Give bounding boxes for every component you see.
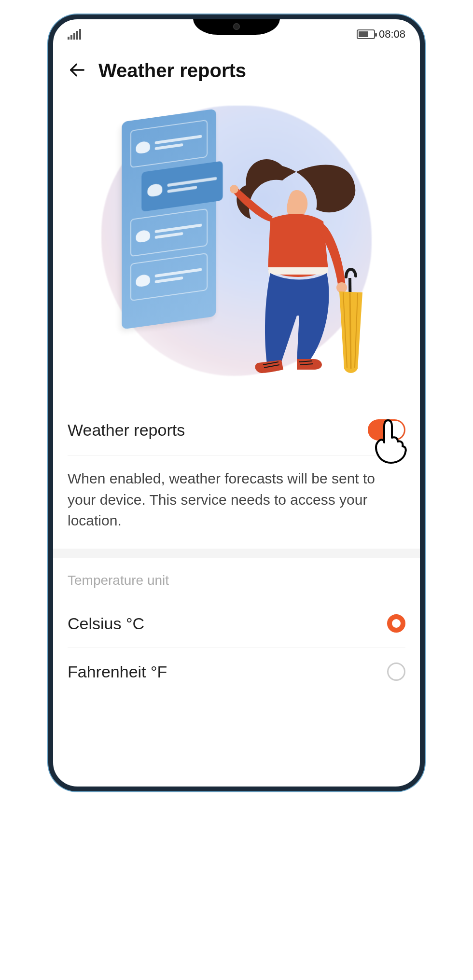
radio-icon	[387, 663, 405, 681]
side-button-large	[424, 270, 425, 352]
illustration	[53, 96, 420, 405]
section-divider	[53, 549, 420, 558]
illustration-weather-panel	[122, 109, 216, 329]
status-time: 08:08	[379, 28, 405, 41]
svg-point-2	[336, 282, 347, 293]
phone-frame: 08:08 Weather reports	[48, 14, 425, 791]
side-button-small	[424, 154, 425, 193]
illustration-woman	[224, 147, 369, 378]
radio-icon	[387, 614, 405, 633]
radio-label: Fahrenheit °F	[68, 663, 167, 681]
weather-reports-label: Weather reports	[68, 421, 185, 440]
weather-reports-row: Weather reports	[68, 405, 405, 455]
radio-row-fahrenheit[interactable]: Fahrenheit °F	[68, 648, 405, 696]
header: Weather reports	[53, 42, 420, 96]
page-title: Weather reports	[98, 60, 246, 82]
weather-reports-toggle[interactable]	[368, 419, 405, 441]
svg-point-1	[230, 185, 238, 193]
radio-row-celsius[interactable]: Celsius °C	[68, 600, 405, 648]
signal-icon	[68, 29, 81, 40]
weather-reports-description: When enabled, weather forecasts will be …	[68, 455, 405, 549]
back-button[interactable]	[68, 60, 87, 82]
radio-label: Celsius °C	[68, 614, 144, 633]
temperature-unit-title: Temperature unit	[68, 558, 405, 600]
notch	[193, 18, 280, 35]
battery-icon	[357, 29, 375, 39]
